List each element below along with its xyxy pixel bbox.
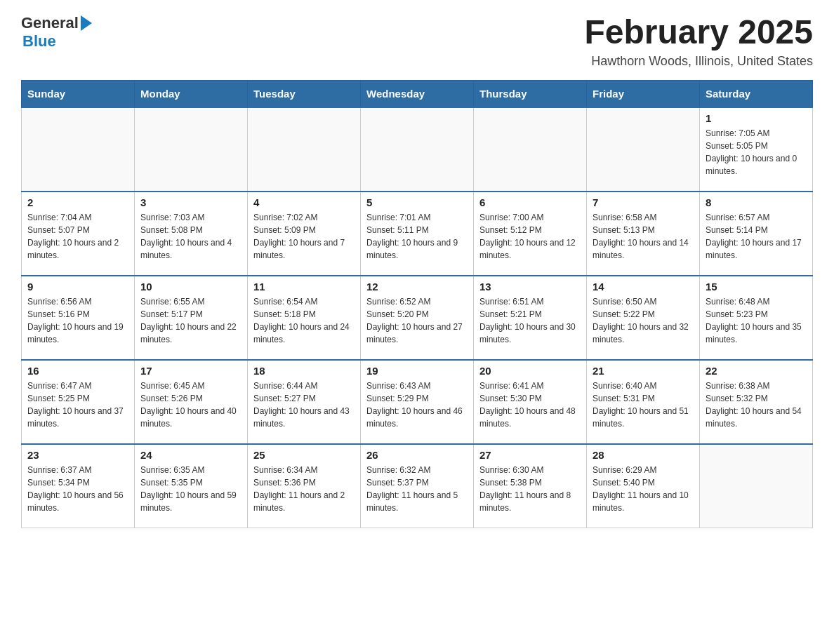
day-number: 18	[253, 365, 355, 377]
day-number: 6	[479, 196, 581, 208]
day-info: Sunrise: 6:52 AM Sunset: 5:20 PM Dayligh…	[366, 295, 468, 346]
day-info: Sunrise: 7:01 AM Sunset: 5:11 PM Dayligh…	[366, 211, 468, 262]
calendar-day-cell	[22, 107, 135, 192]
day-info: Sunrise: 6:47 AM Sunset: 5:25 PM Dayligh…	[27, 380, 128, 430]
calendar-day-cell: 8Sunrise: 6:57 AM Sunset: 5:14 PM Daylig…	[700, 192, 813, 276]
day-number: 23	[27, 449, 128, 461]
calendar-day-cell: 27Sunrise: 6:30 AM Sunset: 5:38 PM Dayli…	[474, 444, 587, 528]
day-info: Sunrise: 6:44 AM Sunset: 5:27 PM Dayligh…	[253, 380, 355, 430]
day-info: Sunrise: 6:51 AM Sunset: 5:21 PM Dayligh…	[479, 295, 581, 346]
calendar-day-cell: 2Sunrise: 7:04 AM Sunset: 5:07 PM Daylig…	[22, 192, 135, 276]
day-number: 5	[366, 196, 468, 208]
calendar-day-cell: 25Sunrise: 6:34 AM Sunset: 5:36 PM Dayli…	[248, 444, 361, 528]
day-number: 19	[366, 365, 468, 377]
logo-blue-text: Blue	[22, 32, 56, 51]
calendar-week-row: 2Sunrise: 7:04 AM Sunset: 5:07 PM Daylig…	[22, 192, 813, 276]
day-number: 12	[366, 281, 468, 293]
calendar-day-cell: 20Sunrise: 6:41 AM Sunset: 5:30 PM Dayli…	[474, 360, 587, 444]
day-info: Sunrise: 6:35 AM Sunset: 5:35 PM Dayligh…	[140, 464, 241, 514]
day-number: 13	[479, 281, 581, 293]
calendar-day-header: Friday	[587, 80, 700, 107]
day-info: Sunrise: 6:58 AM Sunset: 5:13 PM Dayligh…	[593, 211, 694, 262]
calendar-week-row: 9Sunrise: 6:56 AM Sunset: 5:16 PM Daylig…	[22, 276, 813, 360]
calendar-day-cell: 23Sunrise: 6:37 AM Sunset: 5:34 PM Dayli…	[22, 444, 135, 528]
calendar-day-cell: 13Sunrise: 6:51 AM Sunset: 5:21 PM Dayli…	[474, 276, 587, 360]
day-number: 14	[593, 281, 694, 293]
day-number: 9	[27, 281, 128, 293]
day-number: 8	[706, 196, 807, 208]
day-info: Sunrise: 6:41 AM Sunset: 5:30 PM Dayligh…	[479, 380, 581, 430]
day-number: 17	[140, 365, 241, 377]
calendar-day-cell	[361, 107, 474, 192]
day-number: 22	[706, 365, 807, 377]
day-info: Sunrise: 6:48 AM Sunset: 5:23 PM Dayligh…	[706, 295, 807, 346]
calendar-day-cell	[474, 107, 587, 192]
day-info: Sunrise: 7:05 AM Sunset: 5:05 PM Dayligh…	[706, 127, 807, 177]
calendar-day-cell: 22Sunrise: 6:38 AM Sunset: 5:32 PM Dayli…	[700, 360, 813, 444]
day-number: 3	[140, 196, 241, 208]
day-number: 27	[479, 449, 581, 461]
day-info: Sunrise: 7:00 AM Sunset: 5:12 PM Dayligh…	[479, 211, 581, 262]
day-number: 25	[253, 449, 355, 461]
day-info: Sunrise: 6:40 AM Sunset: 5:31 PM Dayligh…	[593, 380, 694, 430]
calendar-day-cell: 11Sunrise: 6:54 AM Sunset: 5:18 PM Dayli…	[248, 276, 361, 360]
day-number: 2	[27, 196, 128, 208]
calendar-day-cell	[700, 444, 813, 528]
location-subtitle: Hawthorn Woods, Illinois, United States	[584, 54, 813, 69]
day-info: Sunrise: 6:38 AM Sunset: 5:32 PM Dayligh…	[706, 380, 807, 430]
calendar-day-cell: 28Sunrise: 6:29 AM Sunset: 5:40 PM Dayli…	[587, 444, 700, 528]
calendar-day-cell: 9Sunrise: 6:56 AM Sunset: 5:16 PM Daylig…	[22, 276, 135, 360]
calendar-day-cell: 21Sunrise: 6:40 AM Sunset: 5:31 PM Dayli…	[587, 360, 700, 444]
day-number: 24	[140, 449, 241, 461]
calendar-day-cell	[248, 107, 361, 192]
day-number: 28	[593, 449, 694, 461]
calendar-day-cell: 3Sunrise: 7:03 AM Sunset: 5:08 PM Daylig…	[135, 192, 248, 276]
calendar-day-header: Sunday	[22, 80, 135, 107]
day-info: Sunrise: 6:54 AM Sunset: 5:18 PM Dayligh…	[253, 295, 355, 346]
day-number: 21	[593, 365, 694, 377]
calendar-header-row: SundayMondayTuesdayWednesdayThursdayFrid…	[22, 80, 813, 107]
day-number: 11	[253, 281, 355, 293]
calendar-day-header: Tuesday	[248, 80, 361, 107]
month-title: February 2025	[584, 14, 813, 51]
title-section: February 2025 Hawthorn Woods, Illinois, …	[584, 14, 813, 69]
calendar-day-cell: 24Sunrise: 6:35 AM Sunset: 5:35 PM Dayli…	[135, 444, 248, 528]
calendar-day-cell: 17Sunrise: 6:45 AM Sunset: 5:26 PM Dayli…	[135, 360, 248, 444]
day-number: 20	[479, 365, 581, 377]
calendar-day-header: Saturday	[700, 80, 813, 107]
calendar-day-cell: 12Sunrise: 6:52 AM Sunset: 5:20 PM Dayli…	[361, 276, 474, 360]
page-header: General Blue February 2025 Hawthorn Wood…	[21, 14, 813, 69]
calendar-day-cell: 15Sunrise: 6:48 AM Sunset: 5:23 PM Dayli…	[700, 276, 813, 360]
calendar-day-cell: 18Sunrise: 6:44 AM Sunset: 5:27 PM Dayli…	[248, 360, 361, 444]
calendar-day-cell: 7Sunrise: 6:58 AM Sunset: 5:13 PM Daylig…	[587, 192, 700, 276]
calendar-day-cell: 5Sunrise: 7:01 AM Sunset: 5:11 PM Daylig…	[361, 192, 474, 276]
calendar-day-cell	[135, 107, 248, 192]
calendar-day-cell: 16Sunrise: 6:47 AM Sunset: 5:25 PM Dayli…	[22, 360, 135, 444]
day-number: 7	[593, 196, 694, 208]
day-info: Sunrise: 7:02 AM Sunset: 5:09 PM Dayligh…	[253, 211, 355, 262]
calendar-day-header: Thursday	[474, 80, 587, 107]
day-number: 15	[706, 281, 807, 293]
logo-general-text: General	[21, 14, 79, 32]
day-number: 4	[253, 196, 355, 208]
day-info: Sunrise: 6:37 AM Sunset: 5:34 PM Dayligh…	[27, 464, 128, 514]
day-info: Sunrise: 7:03 AM Sunset: 5:08 PM Dayligh…	[140, 211, 241, 262]
calendar-week-row: 16Sunrise: 6:47 AM Sunset: 5:25 PM Dayli…	[22, 360, 813, 444]
day-info: Sunrise: 6:55 AM Sunset: 5:17 PM Dayligh…	[140, 295, 241, 346]
logo-arrow-icon	[81, 15, 92, 31]
day-info: Sunrise: 6:50 AM Sunset: 5:22 PM Dayligh…	[593, 295, 694, 346]
calendar-day-cell: 4Sunrise: 7:02 AM Sunset: 5:09 PM Daylig…	[248, 192, 361, 276]
day-info: Sunrise: 6:30 AM Sunset: 5:38 PM Dayligh…	[479, 464, 581, 514]
logo: General Blue	[21, 14, 92, 51]
calendar-day-cell	[587, 107, 700, 192]
calendar-day-cell: 14Sunrise: 6:50 AM Sunset: 5:22 PM Dayli…	[587, 276, 700, 360]
day-info: Sunrise: 6:57 AM Sunset: 5:14 PM Dayligh…	[706, 211, 807, 262]
calendar-day-cell: 10Sunrise: 6:55 AM Sunset: 5:17 PM Dayli…	[135, 276, 248, 360]
day-number: 1	[706, 112, 807, 124]
calendar-day-cell: 26Sunrise: 6:32 AM Sunset: 5:37 PM Dayli…	[361, 444, 474, 528]
calendar-week-row: 23Sunrise: 6:37 AM Sunset: 5:34 PM Dayli…	[22, 444, 813, 528]
day-info: Sunrise: 6:45 AM Sunset: 5:26 PM Dayligh…	[140, 380, 241, 430]
calendar-day-header: Monday	[135, 80, 248, 107]
calendar-day-header: Wednesday	[361, 80, 474, 107]
day-info: Sunrise: 6:32 AM Sunset: 5:37 PM Dayligh…	[366, 464, 468, 514]
